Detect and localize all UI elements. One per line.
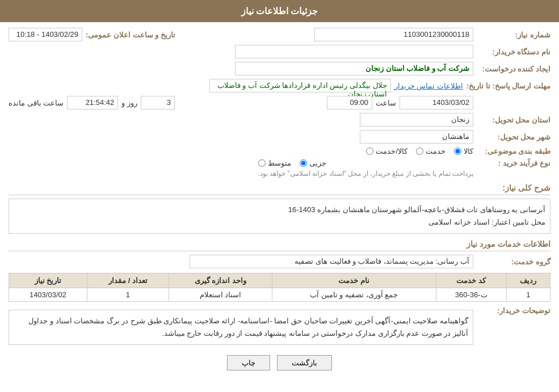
- row-mohlat: مهلت ارسال پاسخ: تا تاریخ: اطلاعات تماس …: [9, 79, 550, 92]
- shahr-value: ماهنشان: [360, 130, 473, 144]
- row-tabaqe: طبقه بندی موضوعی: کالا/خدمت خدمت کالا: [9, 147, 550, 155]
- cell-tarikh: 1403/03/02: [9, 288, 87, 302]
- tawsif-box: گواهینامه صلاحیت ایمنی-آگهی آخرین تغییرا…: [9, 310, 473, 345]
- table-row: 1ت-36-360جمع آوری، تصفیه و تامین آباسناد…: [9, 288, 550, 302]
- mohlat-name: جلال بیگدلی رئیس اداره قراردادها شرکت آب…: [209, 79, 391, 92]
- page-container: جزئیات اطلاعات نیاز شماره نیاز: 11030012…: [0, 0, 559, 392]
- page-header: جزئیات اطلاعات نیاز: [0, 0, 559, 22]
- buttons-row: بازگشت چاپ: [9, 355, 550, 370]
- content-area: شماره نیاز: 1103001230000118 تاریخ و ساع…: [0, 22, 559, 383]
- tabaqe-label: طبقه بندی موضوعی:: [477, 147, 550, 155]
- saaat-label: ساعت: [376, 99, 396, 107]
- days-label: روز و: [121, 99, 137, 107]
- row-ijad: ایجاد کننده درخواست: شرکت آب و فاضلاب اس…: [9, 62, 550, 75]
- farayand-description: پرداخت تمام یا بخشی از مبلغ خریدار، از م…: [258, 170, 473, 178]
- time-val: 09:00: [327, 96, 372, 109]
- group-value: آب رسانی: مدیریت پسماند، فاضلاب و فعالیت…: [190, 255, 473, 268]
- col-radif: ردیف: [506, 273, 550, 288]
- radio-kala-khadamat-label: کالا/خدمت: [376, 147, 407, 155]
- row-dastgah: نام دستگاه خریدار:: [9, 45, 550, 58]
- radio-khadamat-input[interactable]: [416, 147, 423, 155]
- tawsif-label: توضیحات خریدار:: [477, 306, 550, 315]
- dastgah-label: نام دستگاه خریدار:: [477, 48, 550, 56]
- ijad-value: شرکت آب و فاضلاب استان زنجان: [235, 62, 473, 75]
- cell-kod: ت-36-360: [436, 288, 506, 302]
- services-table: ردیف کد خدمت نام خدمت واحد اندازه گیری ت…: [9, 273, 550, 302]
- radio-motosat[interactable]: متوسط: [258, 159, 291, 167]
- cell-nam: جمع آوری، تصفیه و تامین آب: [272, 288, 436, 302]
- col-vahed: واحد اندازه گیری: [169, 273, 272, 288]
- shomare-niaz-value: 1103001230000118: [314, 28, 473, 41]
- sharh-box: آبرسانی به روستاهای تات قشلاق-باعچه-آلما…: [9, 199, 550, 234]
- page-title: جزئیات اطلاعات نیاز: [241, 6, 318, 16]
- sharh-text: آبرسانی به روستاهای تات قشلاق-باعچه-آلما…: [288, 205, 545, 226]
- row-tawsif: توضیحات خریدار: گواهینامه صلاحیت ایمنی-آ…: [9, 306, 550, 348]
- radio-kala-khadamat-input[interactable]: [366, 147, 373, 155]
- amaliat-section-title: اطلاعات خدمات مورد نیاز: [9, 239, 550, 251]
- tabaqe-radio-group: کالا/خدمت خدمت کالا: [366, 147, 473, 155]
- row-shahr: شهر محل تحویل: ماهنشان: [9, 130, 550, 144]
- table-header-row: ردیف کد خدمت نام خدمت واحد اندازه گیری ت…: [9, 273, 550, 288]
- days-val: 3: [141, 96, 175, 109]
- col-tedad: تعداد / مقدار: [87, 273, 169, 288]
- row-shomare: شماره نیاز: 1103001230000118 تاریخ و ساع…: [9, 28, 550, 41]
- services-table-section: ردیف کد خدمت نام خدمت واحد اندازه گیری ت…: [9, 273, 550, 302]
- radio-jozvi-label: جزیی: [309, 159, 326, 167]
- row-group: گروه خدمت: آب رسانی: مدیریت پسماند، فاضل…: [9, 255, 550, 268]
- radio-kala-khadamat[interactable]: کالا/خدمت: [366, 147, 407, 155]
- mohlat-label: مهلت ارسال پاسخ: تا تاریخ:: [466, 82, 550, 90]
- radio-motosat-input[interactable]: [258, 159, 266, 167]
- remain-val: 21:54:42: [67, 96, 118, 109]
- group-label: گروه خدمت:: [477, 258, 550, 266]
- cell-vahed: اسناد استعلام: [169, 288, 272, 302]
- shomare-niaz-label: شماره نیاز:: [477, 31, 550, 39]
- shahr-label: شهر محل تحویل:: [477, 133, 550, 141]
- radio-kala-label: کالا: [464, 147, 473, 155]
- col-kod: کد خدمت: [436, 273, 506, 288]
- col-nam: نام خدمت: [272, 273, 436, 288]
- radio-motosat-label: متوسط: [268, 159, 291, 167]
- radio-jozvi-input[interactable]: [300, 159, 307, 167]
- mohlat-link[interactable]: اطلاعات تماس خریدار: [394, 82, 463, 90]
- ostan-value: زنجان: [360, 113, 473, 127]
- cell-tedad: 1: [87, 288, 169, 302]
- date-val: 1403/03/02: [400, 96, 473, 109]
- col-tarikh: تاریخ نیاز: [9, 273, 87, 288]
- radio-kala-input[interactable]: [454, 147, 461, 155]
- farayand-label: نوع فرآیند خرید :: [477, 159, 550, 167]
- row-farayand: نوع فرآیند خرید : متوسط جزیی پرداخت تمام…: [9, 159, 550, 178]
- row-ostan: استان محل تحویل: زنجان: [9, 113, 550, 127]
- radio-kala[interactable]: کالا: [454, 147, 473, 155]
- farayand-radio-group: متوسط جزیی: [258, 159, 473, 167]
- radio-jozvi[interactable]: جزیی: [300, 159, 326, 167]
- radio-khadamat[interactable]: خدمت: [416, 147, 445, 155]
- print-button[interactable]: چاپ: [227, 355, 270, 370]
- dastgah-value: [235, 45, 473, 58]
- ijad-label: ایجاد کننده درخواست:: [477, 65, 550, 73]
- remain-label: ساعت باقی مانده: [9, 99, 64, 107]
- row-dates: 1403/03/02 ساعت 09:00 3 روز و 21:54:42 س…: [9, 96, 550, 109]
- back-button[interactable]: بازگشت: [277, 355, 332, 370]
- sharh-section-title: شرح کلی نیاز:: [9, 183, 550, 195]
- tarikh-value: 1403/02/29 - 10:18: [9, 28, 82, 41]
- tarikh-label: تاریخ و ساعت اعلان عمومی:: [86, 31, 175, 39]
- cell-radif: 1: [506, 288, 550, 302]
- radio-khadamat-label: خدمت: [426, 147, 445, 155]
- ostan-label: استان محل تحویل:: [477, 116, 550, 124]
